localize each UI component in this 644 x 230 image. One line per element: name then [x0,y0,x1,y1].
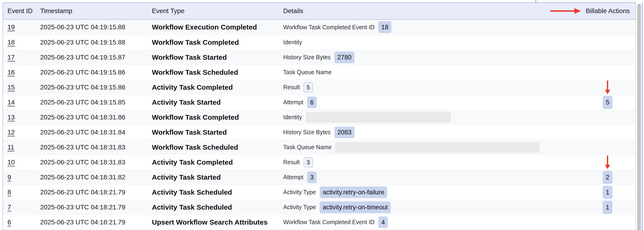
table-row[interactable]: 10 2025-06-23 UTC 04:18:31.83 Activity T… [3,155,636,170]
event-id-link[interactable]: 7 [8,203,11,211]
event-id-cell: 8 [8,189,40,196]
vertical-scrollbar-thumb[interactable] [637,4,641,230]
timestamp-cell: 2025-06-23 UTC 04:18:31.84 [40,129,152,136]
column-header-label: Event Type [152,7,184,15]
table-row[interactable]: 11 2025-06-23 UTC 04:18:31.83 Workflow T… [3,140,636,155]
event-id-cell: 7 [8,203,40,211]
table-header-row: Event ID Timestamp Event Type Details Bi… [3,3,636,20]
event-type-cell: Workflow Task Scheduled [152,143,283,151]
detail-label: History Size Bytes [283,54,331,61]
billable-actions-cell [586,20,628,35]
detail-label: History Size Bytes [283,129,331,136]
event-id-cell: 9 [8,174,40,181]
event-type-cell: Activity Task Started [152,98,283,106]
event-id-link[interactable]: 10 [8,159,15,166]
details-cell: Activity Type activity.retry-on-failure [283,186,636,198]
table-row[interactable]: 17 2025-06-23 UTC 04:19:15.87 Workflow T… [3,50,636,65]
billable-actions-cell [586,155,628,170]
event-type-cell: Activity Task Completed [152,158,283,166]
details-cell: Attempt 3 [283,171,636,183]
billable-actions-cell [586,50,628,65]
table-row[interactable]: 15 2025-06-23 UTC 04:19:15.86 Activity T… [3,80,636,95]
event-id-link[interactable]: 12 [8,129,15,136]
billable-actions-cell: 5 [586,95,628,109]
detail-value-badge: 2780 [334,52,354,63]
event-type-cell: Workflow Task Scheduled [152,68,283,76]
column-header-details: Details [283,3,303,19]
timestamp-cell: 2025-06-23 UTC 04:19:15.86 [40,69,152,76]
event-id-link[interactable]: 18 [8,39,15,46]
redacted-value [335,142,540,153]
detail-label: Attempt [283,174,303,181]
event-id-cell: 16 [8,69,40,76]
billable-count-badge: 2 [603,171,612,184]
table-row[interactable]: 12 2025-06-23 UTC 04:18:31.84 Workflow T… [3,125,636,140]
event-id-link[interactable]: 8 [8,189,11,196]
column-header-label: Billable Actions [586,7,630,15]
timestamp-cell: 2025-06-23 UTC 04:19:15.88 [40,39,152,46]
table-row[interactable]: 19 2025-06-23 UTC 04:19:15.88 Workflow E… [3,20,636,35]
timestamp-cell: 2025-06-23 UTC 04:18:31.83 [40,159,152,166]
detail-value-badge: 4 [378,216,388,228]
details-cell: History Size Bytes 2780 [283,52,636,63]
right-panel-edge [642,3,644,230]
detail-label: Task Queue Name [283,144,332,151]
timestamp-cell: 2025-06-23 UTC 04:18:21.79 [40,203,152,211]
details-cell: Workflow Task Completed Event ID 18 [283,21,636,33]
table-row[interactable]: 9 2025-06-23 UTC 04:18:31.82 Activity Ta… [3,170,636,185]
event-id-link[interactable]: 9 [8,174,11,181]
event-id-link[interactable]: 13 [8,113,15,121]
billable-actions-cell [586,80,628,95]
event-type-cell: Workflow Task Completed [152,38,283,46]
billable-actions-cell [586,65,628,80]
event-type-cell: Workflow Task Started [152,53,283,61]
column-header-event-id: Event ID [8,3,32,19]
table-row[interactable]: 13 2025-06-23 UTC 04:18:31.86 Workflow T… [3,109,636,125]
event-id-cell: 6 [8,218,40,226]
column-header-event-type: Event Type [152,3,184,19]
timestamp-cell: 2025-06-23 UTC 04:19:15.86 [40,84,152,91]
event-id-cell: 19 [8,23,40,31]
detail-label: Identity [283,39,302,46]
detail-value-badge: activity.retry-on-failure [320,186,388,198]
table-row[interactable]: 18 2025-06-23 UTC 04:19:15.88 Workflow T… [3,35,636,50]
details-cell: Workflow Task Completed Event ID 4 [283,216,636,228]
event-id-link[interactable]: 14 [8,99,15,106]
billable-actions-cell [586,140,628,155]
table-row[interactable]: 8 2025-06-23 UTC 04:18:21.79 Activity Ta… [3,185,636,199]
red-right-arrow-icon [550,8,581,14]
event-id-link[interactable]: 6 [8,218,11,226]
details-cell: Attempt 6 [283,96,636,108]
event-id-link[interactable]: 19 [8,23,15,31]
detail-value-outline-badge: 3 [304,157,313,167]
details-cell: Result 3 [283,157,636,167]
table-body: 19 2025-06-23 UTC 04:19:15.88 Workflow E… [3,20,636,230]
table-row[interactable]: 6 2025-06-23 UTC 04:18:21.79 Upsert Work… [3,214,636,229]
detail-value-badge: 3 [307,171,317,183]
timestamp-cell: 2025-06-23 UTC 04:18:31.82 [40,174,152,181]
column-header-label: Details [283,7,303,15]
billable-actions-cell [586,35,628,50]
column-header-label: Timestamp [40,7,72,15]
event-id-cell: 11 [8,144,40,151]
billable-count-badge: 5 [603,96,612,109]
details-cell: History Size Bytes 2083 [283,127,636,138]
billable-actions-cell: 1 [586,185,628,199]
event-type-cell: Activity Task Scheduled [152,188,283,196]
detail-label: Workflow Task Completed Event ID [283,24,374,31]
event-type-cell: Activity Task Completed [152,83,283,91]
red-down-arrow-icon [604,81,611,94]
detail-label: Task Queue Name [283,69,332,76]
table-row[interactable]: 7 2025-06-23 UTC 04:18:21.79 Activity Ta… [3,199,636,214]
event-id-link[interactable]: 16 [8,69,15,76]
detail-label: Activity Type [283,204,316,210]
table-row[interactable]: 14 2025-06-23 UTC 04:19:15.85 Activity T… [3,95,636,109]
event-id-link[interactable]: 17 [8,54,15,61]
event-id-link[interactable]: 11 [8,144,14,151]
detail-label: Result [283,84,300,91]
detail-label: Workflow Task Completed Event ID [283,219,374,225]
event-id-cell: 15 [8,84,40,91]
event-id-cell: 10 [8,159,40,166]
event-id-link[interactable]: 15 [8,84,15,91]
table-row[interactable]: 16 2025-06-23 UTC 04:19:15.86 Workflow T… [3,65,636,80]
